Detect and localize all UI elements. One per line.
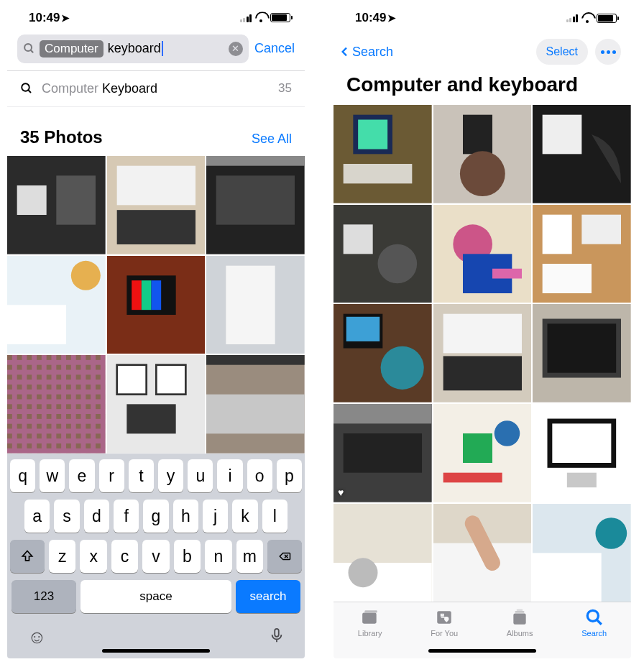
status-bar: 10:49➤ (7, 4, 305, 32)
key-w[interactable]: w (40, 459, 65, 492)
svg-rect-77 (334, 563, 432, 602)
photo-thumbnail[interactable] (107, 256, 206, 354)
key-m[interactable]: m (236, 540, 263, 573)
photo-thumbnail[interactable] (334, 504, 432, 602)
photo-thumbnail[interactable]: ♥ (334, 404, 432, 502)
key-b[interactable]: b (174, 540, 201, 573)
photo-thumbnail[interactable] (433, 105, 532, 203)
photo-thumbnail[interactable] (533, 304, 631, 402)
key-x[interactable]: x (80, 540, 106, 573)
photo-thumbnail[interactable] (533, 504, 631, 602)
key-k[interactable]: k (232, 500, 257, 533)
key-l[interactable]: l (262, 500, 288, 533)
shift-key[interactable] (10, 540, 45, 573)
svg-rect-89 (517, 610, 523, 611)
key-a[interactable]: a (24, 500, 50, 533)
svg-rect-8 (116, 166, 195, 206)
search-token[interactable]: Computer (40, 40, 104, 58)
photo-thumbnail[interactable] (7, 355, 106, 454)
key-d[interactable]: d (84, 500, 109, 533)
photo-thumbnail[interactable] (433, 205, 532, 303)
numbers-key[interactable]: 123 (12, 580, 76, 613)
emoji-icon[interactable]: ☺ (27, 626, 47, 650)
key-c[interactable]: c (111, 540, 138, 573)
home-indicator[interactable] (428, 649, 536, 653)
tab-search[interactable]: Search (581, 608, 607, 638)
mic-icon[interactable] (269, 626, 285, 650)
svg-rect-38 (358, 120, 387, 150)
tab-library[interactable]: Library (358, 608, 382, 638)
key-h[interactable]: h (173, 500, 198, 533)
svg-rect-54 (543, 264, 592, 293)
svg-line-1 (31, 50, 34, 53)
photo-thumbnail[interactable] (206, 355, 305, 454)
svg-rect-12 (216, 175, 295, 224)
search-suggestion[interactable]: Computer Keyboard 35 (7, 71, 305, 107)
key-t[interactable]: t (129, 459, 154, 492)
photo-thumbnail[interactable] (206, 256, 305, 354)
onscreen-keyboard: qwertyuiop asdfghjkl zxcvbnm 123 space s… (7, 454, 305, 658)
svg-rect-20 (151, 280, 161, 310)
svg-rect-27 (116, 365, 146, 395)
photo-thumbnail[interactable] (433, 504, 532, 602)
wifi-icon (254, 13, 267, 22)
cancel-button[interactable]: Cancel (254, 41, 295, 56)
key-i[interactable]: i (217, 459, 242, 492)
results-title: 35 Photos (20, 127, 103, 147)
photo-thumbnail[interactable] (334, 105, 432, 203)
tab-albums[interactable]: Albums (507, 608, 533, 638)
key-y[interactable]: y (158, 459, 183, 492)
delete-key[interactable] (267, 540, 302, 573)
photo-thumbnail[interactable] (334, 205, 432, 303)
page-title: Computer and keyboard (334, 69, 631, 105)
photo-thumbnail[interactable] (334, 304, 432, 402)
key-u[interactable]: u (188, 459, 213, 492)
favorite-icon: ♥ (338, 487, 344, 498)
svg-rect-32 (206, 355, 305, 365)
photo-thumbnail[interactable] (7, 256, 106, 354)
key-f[interactable]: f (114, 500, 139, 533)
key-n[interactable]: n (205, 540, 231, 573)
svg-point-42 (460, 151, 505, 196)
svg-rect-61 (443, 356, 521, 391)
svg-point-2 (22, 84, 29, 92)
status-bar: 10:49➤ (334, 4, 631, 32)
key-g[interactable]: g (143, 500, 168, 533)
location-icon: ➤ (387, 12, 396, 24)
photo-thumbnail[interactable] (206, 156, 305, 254)
back-button[interactable]: Search (339, 44, 393, 60)
photo-thumbnail[interactable] (433, 404, 532, 502)
space-key[interactable]: space (80, 580, 231, 613)
photo-thumbnail[interactable] (533, 404, 631, 502)
photo-thumbnail[interactable] (433, 304, 532, 402)
photo-thumbnail[interactable] (533, 105, 631, 203)
photo-thumbnail[interactable] (107, 156, 206, 254)
photo-thumbnail[interactable] (107, 355, 206, 454)
key-e[interactable]: e (69, 459, 94, 492)
key-r[interactable]: r (99, 459, 124, 492)
select-button[interactable]: Select (536, 39, 588, 65)
home-indicator[interactable] (102, 649, 210, 653)
key-s[interactable]: s (54, 500, 79, 533)
more-button[interactable] (595, 39, 621, 65)
key-j[interactable]: j (203, 500, 228, 533)
svg-point-83 (596, 518, 627, 549)
svg-point-47 (378, 244, 418, 283)
svg-point-70 (494, 420, 520, 446)
svg-rect-88 (515, 612, 525, 613)
see-all-button[interactable]: See All (252, 132, 292, 147)
svg-point-78 (349, 558, 378, 587)
photo-thumbnail[interactable] (533, 205, 631, 303)
search-key[interactable]: search (236, 580, 300, 613)
photo-thumbnail[interactable] (7, 156, 106, 254)
albums-icon (510, 608, 530, 627)
search-input[interactable]: Computer keyboard ✕ (17, 34, 249, 63)
svg-rect-82 (533, 553, 602, 602)
key-p[interactable]: p (277, 459, 302, 492)
clear-icon[interactable]: ✕ (229, 42, 243, 56)
key-v[interactable]: v (142, 540, 169, 573)
key-z[interactable]: z (49, 540, 75, 573)
key-q[interactable]: q (10, 459, 35, 492)
key-o[interactable]: o (247, 459, 272, 492)
tab-foryou[interactable]: For You (431, 608, 458, 638)
